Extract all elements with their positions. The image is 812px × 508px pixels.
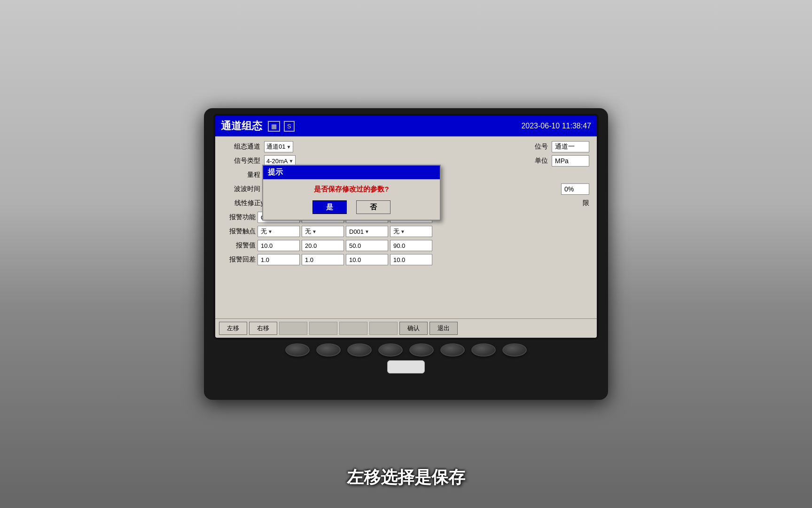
confirm-button[interactable]: 确认 [399, 322, 428, 335]
subtitle: 左移选择是保存 [347, 466, 465, 489]
hw-btn-2[interactable] [316, 343, 341, 357]
bottom-toolbar: 左移 右移 确认 退出 [215, 318, 597, 338]
dialog-no-button[interactable]: 否 [356, 200, 390, 214]
dialog-yes-button[interactable]: 是 [312, 200, 347, 214]
toolbar-btn-4 [309, 322, 337, 335]
toolbar-btn-3 [279, 322, 307, 335]
toolbar-btn-6 [369, 322, 398, 335]
title-icons: ▦ S [268, 121, 295, 132]
dialog-overlay: 提示 是否保存修改过的参数? 是 否 [215, 136, 597, 318]
datetime: 2023-06-10 11:38:47 [521, 122, 591, 130]
dialog: 提示 是否保存修改过的参数? 是 否 [262, 165, 441, 221]
right-move-button[interactable]: 右移 [249, 322, 277, 335]
hw-btn-3[interactable] [347, 343, 372, 357]
hw-btn-7[interactable] [471, 343, 496, 357]
dialog-title: 提示 [263, 166, 440, 179]
screen: 通道组态 ▦ S 2023-06-10 11:38:47 组态通道 通道01 ▼ [215, 116, 597, 338]
dialog-body: 是否保存修改过的参数? 是 否 [263, 179, 440, 220]
hw-btn-4[interactable] [378, 343, 403, 357]
dialog-message: 是否保存修改过的参数? [271, 185, 432, 194]
hw-btn-6[interactable] [440, 343, 465, 357]
exit-button[interactable]: 退出 [429, 322, 458, 335]
main-content: 组态通道 通道01 ▼ 位号 通道一 信号类型 4-20mA ▼ [215, 136, 597, 318]
title-bar: 通道组态 ▦ S 2023-06-10 11:38:47 [215, 116, 597, 136]
hardware-buttons [276, 340, 536, 358]
hw-btn-1[interactable] [285, 343, 310, 357]
hw-btn-8[interactable] [502, 343, 527, 357]
device: 通道组态 ▦ S 2023-06-10 11:38:47 组态通道 通道01 ▼ [204, 108, 608, 400]
left-move-button[interactable]: 左移 [219, 322, 247, 335]
s-icon: S [284, 121, 295, 132]
page-title: 通道组态 [221, 119, 262, 133]
waveform-icon: ▦ [268, 121, 280, 132]
screen-bezel: 通道组态 ▦ S 2023-06-10 11:38:47 组态通道 通道01 ▼ [213, 114, 599, 340]
toolbar-btn-5 [339, 322, 367, 335]
hw-btn-wide[interactable] [387, 360, 425, 373]
hw-btn-5[interactable] [409, 343, 434, 357]
dialog-buttons: 是 否 [271, 200, 432, 214]
